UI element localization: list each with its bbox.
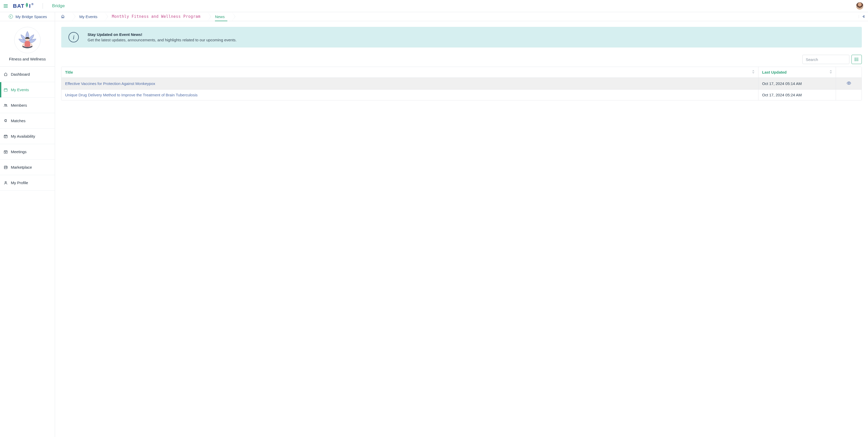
puzzle-icon: [4, 119, 8, 123]
lotus-meditation-icon: [17, 29, 38, 51]
info-banner-title: Stay Updated on Event News!: [88, 32, 237, 37]
news-title-link[interactable]: Effective Vaccines for Protection Agains…: [65, 81, 155, 86]
top-header-left: BAT I ® Bridge: [4, 3, 65, 9]
sidebar-item-label: Dashboard: [11, 72, 30, 76]
sidebar-item-my-profile[interactable]: My Profile: [0, 175, 55, 191]
sidebar-item-label: Marketplace: [11, 165, 32, 169]
list-view-toggle-button[interactable]: [851, 55, 862, 64]
info-banner-text: Stay Updated on Event News! Get the late…: [88, 32, 237, 42]
sidebar-item-members[interactable]: Members: [0, 98, 55, 113]
sidebar-item-dashboard[interactable]: Dashboard: [0, 67, 55, 82]
news-title-link[interactable]: Unique Drug Delivery Method to Improve t…: [65, 93, 197, 97]
column-header-actions: [836, 67, 862, 78]
sidebar-item-meetings[interactable]: Meetings: [0, 144, 55, 160]
arrow-left-circle-icon: [9, 14, 13, 19]
sidebar-item-label: My Profile: [11, 181, 28, 185]
triangle-left-icon: [862, 15, 865, 18]
svg-point-10: [855, 60, 855, 61]
info-banner: i Stay Updated on Event News! Get the la…: [61, 27, 862, 48]
breadcrumb-label: My Events: [79, 14, 97, 19]
search-input[interactable]: [802, 55, 849, 64]
sidebar-nav: Dashboard My Events Members Matches My A…: [0, 67, 55, 191]
breadcrumb: My Events Monthly Fitness and Wellness P…: [55, 12, 868, 21]
svg-rect-1: [4, 89, 7, 91]
breadcrumb-home[interactable]: [55, 12, 72, 21]
breadcrumb-label: Monthly Fitness and Wellness Program: [112, 14, 200, 19]
breadcrumb-bar: My Bridge Spaces My Events Monthly Fitne…: [0, 12, 868, 21]
news-last-updated: Oct 17, 2024 05:14 AM: [762, 81, 802, 86]
back-to-spaces-label: My Bridge Spaces: [16, 14, 47, 19]
space-name: Fitness and Wellness: [9, 57, 46, 61]
app-name[interactable]: Bridge: [52, 3, 65, 8]
column-header-title[interactable]: Title: [61, 67, 758, 78]
column-header-label: Title: [65, 70, 73, 74]
logo-text-prefix: BAT: [13, 3, 25, 9]
collapse-breadcrumb-button[interactable]: [859, 15, 868, 18]
info-banner-body: Get the latest updates, announcements, a…: [88, 38, 237, 42]
sidebar-profile: Fitness and Wellness: [0, 21, 55, 67]
back-to-spaces-link[interactable]: My Bridge Spaces: [0, 12, 55, 21]
sidebar-item-my-events[interactable]: My Events: [0, 82, 55, 98]
users-icon: [4, 103, 8, 107]
page-body: Fitness and Wellness Dashboard My Events…: [0, 21, 868, 437]
column-header-label: Last Updated: [762, 70, 786, 74]
svg-point-6: [5, 152, 6, 153]
space-avatar[interactable]: [14, 27, 40, 53]
availability-icon: [4, 134, 8, 138]
leaf-icon: [25, 3, 29, 9]
news-table: Title Last Updated E: [61, 67, 862, 100]
news-last-updated: Oct 17, 2024 05:24 AM: [762, 93, 802, 97]
home-icon: [4, 72, 8, 76]
svg-point-9: [855, 59, 855, 60]
registered-mark: ®: [31, 3, 34, 6]
sidebar: Fitness and Wellness Dashboard My Events…: [0, 21, 55, 437]
profile-icon: [4, 181, 8, 185]
svg-rect-4: [4, 135, 7, 138]
logo-text-suffix: I: [29, 3, 31, 9]
sidebar-item-marketplace[interactable]: Marketplace: [0, 160, 55, 175]
svg-point-8: [855, 58, 855, 58]
svg-point-3: [6, 104, 7, 105]
svg-point-2: [4, 104, 5, 105]
sidebar-item-label: Matches: [11, 119, 26, 123]
top-header: BAT I ® Bridge: [0, 0, 868, 12]
breadcrumb-event-name[interactable]: Monthly Fitness and Wellness Program: [104, 12, 208, 21]
hamburger-menu-button[interactable]: [4, 4, 8, 7]
table-row[interactable]: Unique Drug Delivery Method to Improve t…: [61, 90, 862, 100]
eye-icon[interactable]: [846, 81, 851, 86]
breadcrumb-news[interactable]: News: [208, 12, 232, 21]
sidebar-item-label: My Events: [11, 88, 29, 92]
table-row[interactable]: Effective Vaccines for Protection Agains…: [61, 78, 862, 90]
info-icon: i: [68, 32, 79, 42]
list-icon: [855, 58, 859, 61]
sidebar-item-label: My Availability: [11, 134, 35, 138]
main-content: i Stay Updated on Event News! Get the la…: [55, 21, 868, 437]
user-avatar[interactable]: [856, 2, 863, 9]
store-icon: [4, 165, 8, 169]
sidebar-item-availability[interactable]: My Availability: [0, 129, 55, 144]
sidebar-item-label: Meetings: [11, 150, 27, 154]
table-toolbar: [61, 55, 862, 64]
breadcrumb-label: News: [215, 14, 225, 19]
meetings-icon: [4, 150, 8, 154]
column-header-last-updated[interactable]: Last Updated: [758, 67, 836, 78]
home-icon: [61, 14, 65, 19]
svg-point-11: [848, 83, 849, 84]
sidebar-item-matches[interactable]: Matches: [0, 113, 55, 129]
sort-icon: [752, 70, 754, 74]
svg-point-7: [5, 181, 6, 183]
brand-logo[interactable]: BAT I ®: [13, 3, 33, 9]
calendar-icon: [4, 88, 8, 92]
sort-icon: [830, 70, 832, 74]
breadcrumb-my-events[interactable]: My Events: [72, 12, 104, 21]
sidebar-item-label: Members: [11, 103, 27, 107]
table-header-row: Title Last Updated: [61, 67, 862, 78]
